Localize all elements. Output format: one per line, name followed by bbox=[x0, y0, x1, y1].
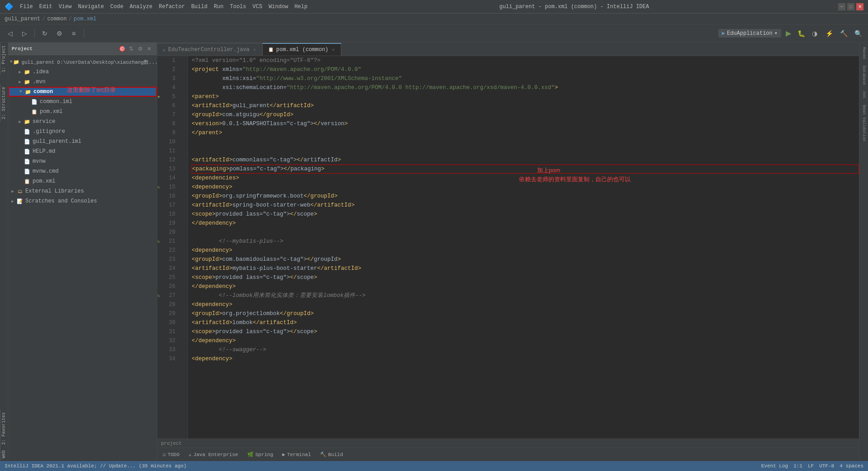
folder-icon: 📁 bbox=[24, 68, 31, 75]
tab-edu-teacher[interactable]: ☕ EduTeacherController.java ✕ bbox=[157, 43, 263, 56]
tree-item-service[interactable]: ▶ 📁 service bbox=[8, 117, 157, 127]
maven-panel-tab[interactable]: Maven bbox=[861, 44, 867, 62]
menu-refactor[interactable]: Refactor bbox=[156, 3, 188, 11]
ant-panel-tab[interactable]: Ant bbox=[861, 89, 867, 101]
status-right: Event Log 1:1 LF UTF-8 4 spaces bbox=[761, 463, 863, 469]
indent-setting[interactable]: 4 spaces bbox=[840, 463, 863, 469]
tab-close-edu-teacher[interactable]: ✕ bbox=[252, 47, 257, 53]
code-content[interactable]: <?xml version="1.0" encoding="UTF-8"?><p… bbox=[188, 56, 859, 438]
run-button[interactable]: ▶ bbox=[783, 28, 794, 39]
line-number-1: 1 bbox=[161, 56, 175, 65]
tree-item-mvnw-cmd[interactable]: ▶ 📄 mvnw.cmd bbox=[8, 166, 157, 176]
tree-item-scratches[interactable]: ▶ 📝 Scratches and Consoles bbox=[8, 196, 157, 206]
web-panel-tab[interactable]: Web bbox=[0, 447, 8, 461]
profile-button[interactable]: ⚡ bbox=[823, 27, 835, 40]
tree-label-mvnw: mvnw bbox=[33, 158, 46, 165]
tree-item-mvnw[interactable]: ▶ 📄 mvnw bbox=[8, 156, 157, 166]
run-config-selector[interactable]: ▶ EduApplication ▾ bbox=[718, 29, 781, 38]
line-number-30: 30 bbox=[161, 318, 175, 327]
menu-code[interactable]: Code bbox=[108, 3, 126, 11]
database-panel-tab[interactable]: Database bbox=[861, 63, 867, 88]
collapse-button[interactable]: ≡ bbox=[67, 27, 80, 40]
breadcrumb-part-0[interactable]: guli_parent bbox=[5, 16, 40, 22]
menu-bar[interactable]: File Edit View Navigate Code Analyze Ref… bbox=[17, 3, 310, 11]
menu-view[interactable]: View bbox=[56, 3, 75, 11]
tree-item-gitignore[interactable]: ▶ 📄 .gitignore bbox=[8, 127, 157, 137]
menu-run[interactable]: Run bbox=[211, 3, 226, 11]
line-number-3: 3 bbox=[161, 74, 175, 83]
spring-tab[interactable]: 🌿 Spring bbox=[245, 451, 275, 458]
close-button[interactable]: ✕ bbox=[856, 3, 863, 10]
panel-actions: 🎯 ⇅ ⚙ ✕ bbox=[118, 45, 153, 53]
tree-item-ext-libs[interactable]: ▶ 🗂 External Libraries bbox=[8, 186, 157, 196]
favorites-panel-tab[interactable]: 2: Favorites bbox=[0, 410, 8, 447]
structure-panel-tab[interactable]: 2: Structure bbox=[0, 84, 8, 122]
breadcrumb-part-1[interactable]: common bbox=[47, 16, 66, 22]
terminal-label: Terminal bbox=[287, 452, 311, 457]
tree-item-mvn[interactable]: ▶ 📁 .mvn bbox=[8, 77, 157, 87]
code-line-16: <groupId>org.springframework.boot</group… bbox=[192, 192, 859, 201]
panel-expand-button[interactable]: ⇅ bbox=[127, 45, 135, 53]
todo-tab[interactable]: ☑ TODO bbox=[161, 451, 181, 458]
line-number-2: 2 bbox=[161, 65, 175, 74]
minimize-button[interactable]: ─ bbox=[838, 3, 845, 10]
tab-label-pom-common: pom.xml (common) bbox=[276, 47, 328, 53]
xml-icon: 📋 bbox=[31, 108, 38, 115]
java-enterprise-label: Java Enterprise bbox=[193, 452, 238, 457]
menu-help[interactable]: Help bbox=[292, 3, 310, 11]
code-line-3: xmlns:xsi="http://www.w3.org/2001/XMLSch… bbox=[192, 74, 859, 83]
tree-item-guli-parent[interactable]: ▼ 📁 guli_parent D:\UserData\Desktop\xiao… bbox=[8, 57, 157, 67]
breadcrumb-part-2[interactable]: pom.xml bbox=[74, 16, 96, 22]
panel-locate-button[interactable]: 🎯 bbox=[118, 45, 126, 53]
tab-pom-common[interactable]: 📋 pom.xml (common) ✕ bbox=[263, 43, 341, 56]
java-enterprise-tab[interactable]: ☕ Java Enterprise bbox=[187, 451, 240, 458]
code-line-34: <dependency> bbox=[192, 354, 859, 363]
line-separator[interactable]: LF bbox=[808, 463, 814, 469]
line-number-10: 10 bbox=[161, 137, 175, 146]
tree-arrow: ▼ bbox=[10, 59, 12, 65]
status-message[interactable]: IntelliJ IDEA 2021.1 available; // Updat… bbox=[5, 463, 187, 469]
menu-vcs[interactable]: VCS bbox=[250, 3, 265, 11]
tree-item-guli-iml[interactable]: ▶ 📄 guli_parent.iml bbox=[8, 137, 157, 146]
tree-item-pom-root[interactable]: ▶ 📋 pom.xml bbox=[8, 176, 157, 186]
project-tree: ▼ 📁 guli_parent D:\UserData\Desktop\xiao… bbox=[8, 55, 157, 461]
menu-edit[interactable]: Edit bbox=[37, 3, 55, 11]
folder-icon: 📁 bbox=[24, 78, 31, 85]
java-file-icon: ☕ bbox=[163, 47, 165, 52]
menu-tools[interactable]: Tools bbox=[227, 3, 249, 11]
back-button[interactable]: ◁ bbox=[4, 27, 16, 40]
event-log-button[interactable]: Event Log bbox=[761, 463, 788, 469]
todo-label: TODO bbox=[168, 452, 179, 457]
menu-build[interactable]: Build bbox=[189, 3, 210, 11]
encoding[interactable]: UTF-8 bbox=[819, 463, 834, 469]
tab-close-pom-common[interactable]: ✕ bbox=[331, 47, 335, 53]
search-everywhere-button[interactable]: 🔍 bbox=[852, 27, 864, 40]
tree-item-help[interactable]: ▶ 📄 HELP.md bbox=[8, 146, 157, 156]
panel-close-button[interactable]: ✕ bbox=[145, 45, 153, 53]
terminal-tab[interactable]: ▶ Terminal bbox=[280, 451, 312, 458]
code-editor: 12345●6789101112131415↻161718192021↻2223… bbox=[157, 56, 859, 438]
bean-validation-tab[interactable]: Bean Validation bbox=[861, 102, 867, 144]
menu-file[interactable]: File bbox=[17, 3, 36, 11]
menu-navigate[interactable]: Navigate bbox=[75, 3, 107, 11]
settings-button[interactable]: ⚙ bbox=[53, 27, 66, 40]
menu-analyze[interactable]: Analyze bbox=[127, 3, 155, 11]
maximize-button[interactable]: □ bbox=[847, 3, 854, 10]
panel-settings-button[interactable]: ⚙ bbox=[136, 45, 144, 53]
tree-item-common-iml[interactable]: ▶ 📄 common.iml bbox=[8, 97, 157, 107]
build-button[interactable]: 🔨 bbox=[837, 27, 850, 40]
build-tab[interactable]: 🔨 Build bbox=[318, 451, 345, 458]
tree-item-pom-common[interactable]: ▶ 📋 pom.xml bbox=[8, 107, 157, 117]
window-controls[interactable]: ─ □ ✕ bbox=[838, 3, 863, 10]
tree-label-idea: .idea bbox=[33, 69, 49, 75]
menu-window[interactable]: Window bbox=[266, 3, 291, 11]
debug-button[interactable]: 🐛 bbox=[796, 28, 807, 39]
iml-icon-2: 📄 bbox=[24, 138, 31, 145]
line-numbers: 12345●6789101112131415↻161718192021↻2223… bbox=[157, 56, 179, 438]
tree-label-scratches: Scratches and Consoles bbox=[25, 198, 97, 204]
tree-item-idea[interactable]: ▶ 📁 .idea bbox=[8, 67, 157, 77]
sync-button[interactable]: ↻ bbox=[38, 27, 51, 40]
coverage-button[interactable]: ◑ bbox=[808, 27, 821, 40]
forward-button[interactable]: ▷ bbox=[18, 27, 31, 40]
project-panel-tab[interactable]: 1: Project bbox=[0, 42, 8, 75]
